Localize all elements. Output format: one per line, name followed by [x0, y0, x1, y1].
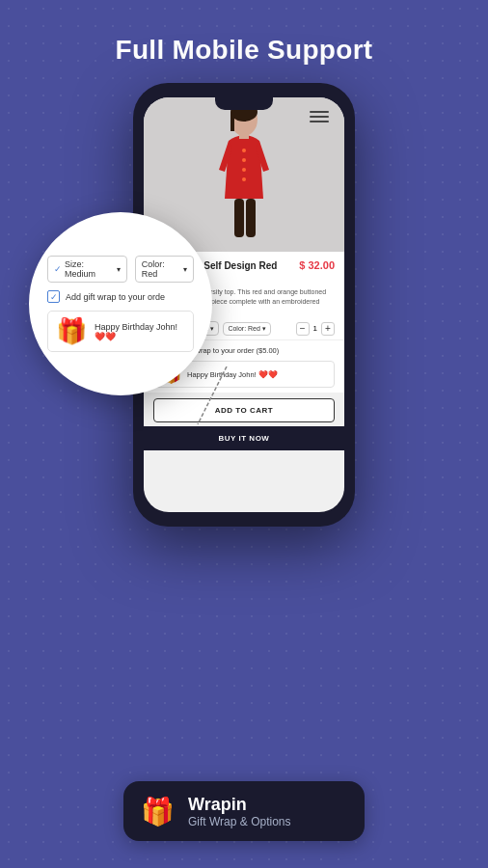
brand-tagline: Gift Wrap & Options: [188, 815, 290, 828]
magnified-circle: ✓ Size: Medium ▾ Color: Red ▾ Add gift w…: [29, 212, 212, 395]
svg-rect-9: [239, 129, 249, 139]
woman-figure: [205, 102, 283, 247]
zoom-size-label: Size: Medium: [65, 259, 114, 279]
color-selector[interactable]: Color: Red ▾: [223, 322, 270, 336]
svg-rect-2: [230, 112, 234, 131]
zoom-gift-icon: 🎁: [56, 316, 87, 346]
zoom-gift-text: Happy Birthday John! ❤️❤️: [95, 322, 185, 341]
svg-point-3: [242, 149, 246, 152]
qty-value: 1: [313, 324, 317, 333]
zoom-gift-row[interactable]: Add gift wrap to your orde: [47, 290, 194, 303]
zoom-size-selector[interactable]: ✓ Size: Medium ▾: [47, 256, 127, 283]
brand-bar: 🎁 Wrapin Gift Wrap & Options: [123, 781, 365, 841]
quantity-control: − 1 +: [296, 322, 335, 336]
brand-text-block: Wrapin Gift Wrap & Options: [188, 795, 290, 828]
zoom-gift-label: Add gift wrap to your orde: [66, 292, 165, 302]
svg-point-4: [242, 158, 246, 162]
buy-now-button[interactable]: BUY IT NOW: [144, 426, 344, 450]
svg-rect-7: [234, 199, 244, 237]
zoom-gift-checkbox[interactable]: [47, 290, 60, 303]
svg-rect-8: [246, 199, 256, 237]
menu-icon[interactable]: [310, 111, 329, 122]
gift-message-text: Happy Birthday John! ❤️❤️: [187, 370, 278, 379]
brand-gift-icon: 🎁: [141, 796, 175, 827]
product-price: $ 32.00: [299, 259, 335, 271]
zoom-options-row: ✓ Size: Medium ▾ Color: Red ▾: [47, 256, 194, 283]
svg-point-5: [242, 168, 246, 172]
zoom-color-label: Color: Red: [142, 259, 180, 279]
zoom-color-selector[interactable]: Color: Red ▾: [135, 256, 194, 283]
heart-icons: ❤️❤️: [258, 370, 278, 379]
qty-increase-button[interactable]: +: [321, 322, 335, 336]
qty-decrease-button[interactable]: −: [296, 322, 310, 336]
svg-point-6: [242, 177, 246, 181]
brand-name: Wrapin: [188, 795, 290, 815]
page-title: Full Mobile Support: [116, 35, 373, 66]
svg-point-1: [230, 102, 258, 122]
add-to-cart-button[interactable]: ADD TO CART: [153, 398, 335, 422]
zoom-gift-box: 🎁 Happy Birthday John! ❤️❤️: [47, 311, 194, 352]
